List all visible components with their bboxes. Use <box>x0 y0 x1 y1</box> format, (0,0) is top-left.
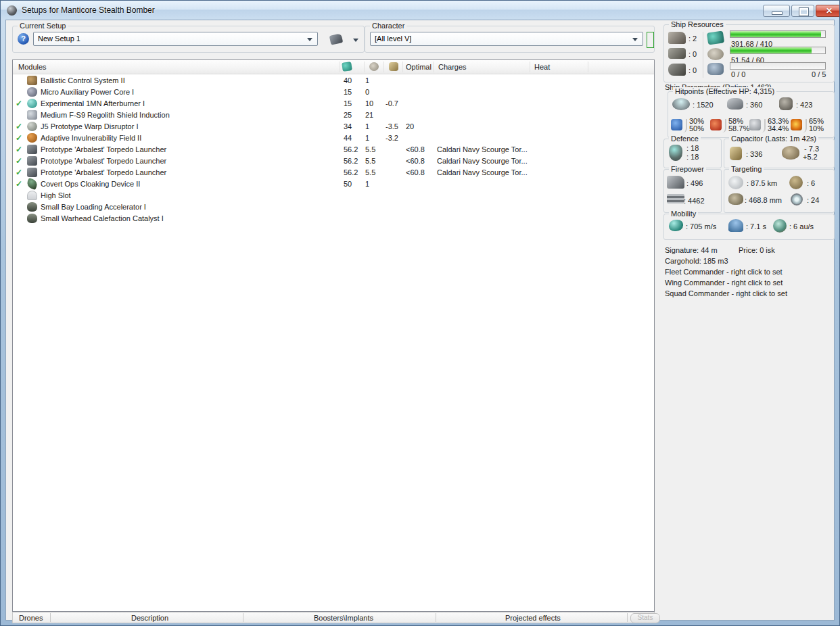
capacitor-group: Capacitor (Lasts: 1m 42s) : 336 - 7.3 +5… <box>724 139 835 168</box>
setup-select[interactable]: New Setup 1 <box>33 32 318 46</box>
torpedo-launcher-icon <box>27 156 37 166</box>
firepower-group: Firepower : 496 : 4462 <box>663 169 722 213</box>
column-heat[interactable]: Heat <box>534 63 550 71</box>
armor-hp-value: : 360 <box>746 101 762 109</box>
thermal-armor-resist: 58.7% <box>728 125 749 133</box>
firepower-title: Firepower <box>669 165 706 173</box>
module-row[interactable]: ✓Prototype 'Arbalest' Torpedo Launcher56… <box>13 144 654 155</box>
fitted-check-icon: ✓ <box>16 145 25 154</box>
tab-projected-effects[interactable]: Projected effects <box>505 614 561 622</box>
price-text: Price: 0 isk <box>739 246 775 254</box>
powergrid-bar <box>730 47 826 54</box>
torpedo-launcher-icon <box>27 145 37 154</box>
stats-button[interactable]: Stats <box>630 613 660 623</box>
eft-setup-window: Setups for Manticore Stealth Bomber ✕ Cu… <box>0 0 840 626</box>
module-row[interactable]: ✓J5 Prototype Warp Disruptor I341-3.520 <box>13 121 654 133</box>
help-icon[interactable]: ? <box>18 33 29 45</box>
fitted-check-icon: ✓ <box>16 156 25 166</box>
rig-icon <box>27 202 37 212</box>
module-powergrid: 5.5 <box>365 145 375 153</box>
module-row[interactable]: High Slot <box>13 190 654 201</box>
minimize-button[interactable] <box>763 5 790 17</box>
minimize-icon <box>772 11 783 15</box>
module-charges: Caldari Navy Scourge Tor... <box>437 157 528 165</box>
module-cap-use: -3.5 <box>386 122 398 130</box>
tab-drones[interactable]: Drones <box>19 614 43 622</box>
volley-value: : 496 <box>686 179 703 187</box>
module-name: Experimental 1MN Afterburner I <box>41 99 145 107</box>
cargohold-text: Cargohold: 185 m3 <box>665 257 728 265</box>
character-select[interactable]: [All level V] <box>370 32 643 46</box>
module-name: Small Bay Loading Accelerator I <box>41 203 146 211</box>
column-optimal[interactable]: Optimal <box>406 63 431 71</box>
module-row[interactable]: Small Bay Loading Accelerator I <box>13 201 654 213</box>
module-powergrid: 1 <box>365 134 369 142</box>
mobility-title: Mobility <box>669 210 698 218</box>
module-charges: Caldari Navy Scourge Tor... <box>437 145 528 153</box>
setup-tools-button[interactable] <box>323 32 363 48</box>
window-title: Setups for Manticore Stealth Bomber <box>22 5 155 15</box>
shield-hp-icon <box>672 98 690 110</box>
module-list[interactable]: Modules Optimal Charges Heat Ballistic C… <box>12 59 655 612</box>
module-row[interactable]: Micro Auxiliary Power Core I150 <box>13 87 654 98</box>
column-charges[interactable]: Charges <box>438 63 467 71</box>
squad-commander-text[interactable]: Squad Commander - right click to set <box>665 289 787 297</box>
rig-slots-value: : 0 <box>689 66 697 74</box>
launcher-hardpoints-value: : 0 <box>689 50 697 58</box>
powergrid-column-icon[interactable] <box>369 62 379 71</box>
drone-usage-text: 0 / 0 <box>731 70 745 78</box>
module-row[interactable]: Medium F-S9 Regolith Shield Induction252… <box>13 110 654 121</box>
wing-commander-text[interactable]: Wing Commander - right click to set <box>665 279 783 287</box>
module-cpu: 56.2 <box>344 168 358 176</box>
kinetic-armor-resist: 34.4% <box>768 125 789 133</box>
capacitor-icon <box>730 147 742 160</box>
module-cpu: 56.2 <box>344 157 358 165</box>
tab-boosters-implants[interactable]: Boosters\Implants <box>314 614 373 622</box>
kinetic-resist-icon <box>749 119 761 130</box>
module-row[interactable]: ✓Prototype 'Arbalest' Torpedo Launcher56… <box>13 167 654 178</box>
cpu-column-icon[interactable] <box>342 62 352 72</box>
explosive-armor-resist: 10% <box>809 125 824 133</box>
module-powergrid: 1 <box>365 180 369 188</box>
module-charges: Caldari Navy Scourge Tor... <box>437 168 528 176</box>
titlebar[interactable]: Setups for Manticore Stealth Bomber ✕ <box>1 1 839 20</box>
module-name: Medium F-S9 Regolith Shield Induction <box>41 111 170 119</box>
module-row[interactable]: ✓Experimental 1MN Afterburner I1510-0.7 <box>13 98 654 110</box>
tab-description[interactable]: Description <box>131 614 168 622</box>
dps-icon <box>667 194 684 203</box>
module-name: J5 Prototype Warp Disruptor I <box>41 122 138 130</box>
module-list-header[interactable]: Modules Optimal Charges Heat <box>13 60 654 74</box>
module-row[interactable]: Small Warhead Calefaction Catalyst I <box>13 213 654 224</box>
em-armor-resist: 50% <box>689 125 704 133</box>
em-resist-icon <box>671 119 682 130</box>
chevron-down-icon <box>632 38 638 41</box>
module-cpu: 25 <box>344 111 352 119</box>
fitted-check-icon: ✓ <box>16 99 25 108</box>
align-time-icon <box>728 219 743 232</box>
warp-disruptor-icon <box>27 122 37 131</box>
maximize-icon <box>799 8 808 16</box>
fitted-check-icon: ✓ <box>16 179 25 189</box>
module-row[interactable]: ✓Covert Ops Cloaking Device II501 <box>13 178 654 190</box>
module-cap-use: -0.7 <box>386 99 398 107</box>
module-row[interactable]: ✓Adaptive Invulnerability Field II441-3.… <box>13 133 654 144</box>
drone-bar <box>730 62 826 70</box>
fleet-commander-text[interactable]: Fleet Commander - right click to set <box>665 268 783 276</box>
module-name: Adaptive Invulnerability Field II <box>41 134 141 142</box>
hull-hp-value: : 423 <box>796 101 812 109</box>
module-optimal: <60.8 <box>406 145 425 153</box>
module-cpu: 44 <box>344 134 352 142</box>
hitpoints-group: Hitpoints (Effective HP: 4,315) : 1520 :… <box>668 91 835 138</box>
defence-title: Defence <box>669 135 701 143</box>
maximize-button[interactable] <box>791 5 814 17</box>
defence-shield-icon <box>669 145 682 161</box>
close-button[interactable]: ✕ <box>816 5 840 17</box>
column-modules[interactable]: Modules <box>18 63 47 71</box>
module-row[interactable]: ✓Prototype 'Arbalest' Torpedo Launcher56… <box>13 155 654 167</box>
current-setup-label: Current Setup <box>18 22 68 30</box>
capacitor-recharge: +5.2 <box>803 153 818 161</box>
capacitor-column-icon[interactable] <box>389 62 398 71</box>
module-row[interactable]: Ballistic Control System II401 <box>13 75 654 87</box>
module-name: Prototype 'Arbalest' Torpedo Launcher <box>41 168 166 176</box>
scan-resolution-value: : 468.8 mm <box>745 196 782 204</box>
